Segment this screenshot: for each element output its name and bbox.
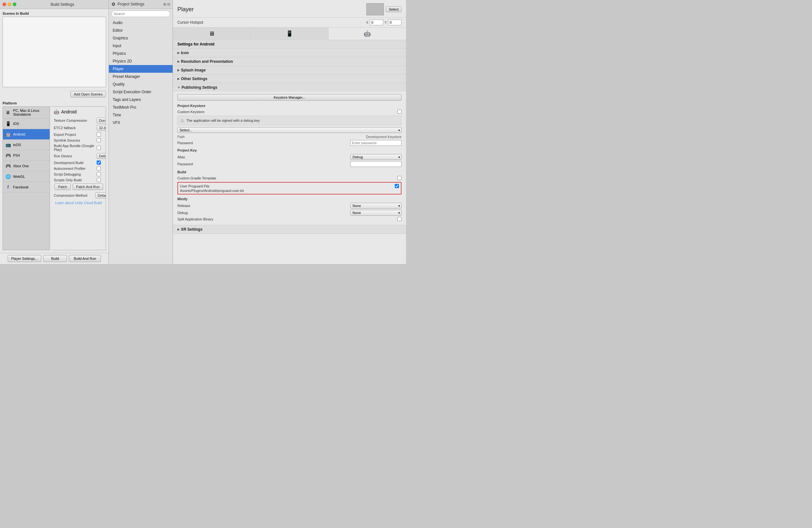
maximize-button[interactable] (13, 3, 16, 6)
scenes-section: Scenes In Build (0, 9, 108, 90)
custom-gradle-checkbox[interactable] (397, 176, 402, 180)
platform-label: Platform (3, 101, 106, 105)
scenes-list (3, 17, 106, 87)
xr-settings-label: XR Settings (181, 227, 202, 232)
minify-title: Minify (177, 197, 402, 201)
icon-chevron: ▶ (177, 51, 179, 55)
platform-name: Android (61, 109, 76, 114)
standalone-icon: 🖥 (5, 109, 11, 116)
symlink-sources-checkbox[interactable] (97, 138, 101, 142)
compression-dropdown[interactable]: Default (96, 192, 106, 198)
custom-keystore-checkbox[interactable] (397, 110, 402, 114)
resolution-section-header[interactable]: ▶ Resolution and Presentation (173, 57, 406, 66)
splash-section-header[interactable]: ▶ Splash Image (173, 66, 406, 74)
nav-item-audio[interactable]: Audio (109, 19, 173, 27)
split-app-checkbox[interactable] (397, 217, 402, 221)
nav-item-player[interactable]: Player (109, 65, 173, 73)
user-proguard-checkbox[interactable] (395, 184, 399, 188)
path-label: Path (177, 135, 366, 139)
publishing-section-content: Keystore Manager... Project Keystore Cus… (173, 91, 406, 225)
tvos-icon: 📺 (5, 142, 11, 148)
script-debugging-checkbox[interactable] (97, 172, 101, 176)
xy-fields: X Y (366, 19, 402, 25)
android-icon: 🤖 (5, 131, 11, 138)
split-app-label: Split Application Binary (177, 217, 397, 221)
keystore-password-input[interactable] (350, 140, 402, 146)
platform-item-ios[interactable]: 📱 iOS (3, 118, 49, 129)
player-panel: Player Select Cursor Hotspot X Y 🖥 📱 🤖 S… (173, 0, 406, 264)
publishing-section: ▼ Publishing Settings Keystore Manager..… (173, 83, 406, 225)
alias-dropdown[interactable]: Debug (350, 154, 402, 160)
y-input[interactable] (388, 19, 402, 25)
nav-item-scriptexecutionorder[interactable]: Script Execution Order (109, 88, 173, 96)
minimize-button[interactable] (8, 3, 11, 6)
tab-standalone[interactable]: 🖥 (173, 28, 251, 40)
add-open-scenes-button[interactable]: Add Open Scenes (70, 91, 106, 97)
split-app-row: Split Application Binary (177, 217, 402, 221)
x-input[interactable] (370, 19, 383, 25)
build-app-bundle-row: Build App Bundle (Google Play) (54, 144, 103, 152)
texture-compression-dropdown[interactable]: Don't override (97, 118, 106, 123)
other-settings-section-header[interactable]: ▶ Other Settings (173, 75, 406, 83)
platform-item-facebook[interactable]: f Facebook (3, 182, 49, 192)
key-password-input[interactable] (350, 161, 402, 167)
x-label: X (366, 20, 368, 24)
autoconnect-profiler-checkbox[interactable] (97, 166, 101, 170)
platform-item-xboxone[interactable]: 🎮 Xbox One (3, 161, 49, 171)
player-settings-button[interactable]: Player Settings... (8, 255, 41, 262)
platform-label-standalone: PC, Mac & Linux Standalone (13, 109, 48, 116)
nav-item-textmeshpro[interactable]: TextMesh Pro (109, 103, 173, 111)
nav-item-physics[interactable]: Physics (109, 50, 173, 57)
custom-keystore-label: Custom Keystore (177, 110, 397, 114)
info-icon: ⚠ (180, 118, 185, 123)
development-build-checkbox[interactable] (97, 160, 101, 165)
build-button[interactable]: Build (43, 255, 67, 262)
nav-item-time[interactable]: Time (109, 111, 173, 119)
texture-compression-row: Texture Compression Don't override (54, 118, 103, 123)
nav-item-quality[interactable]: Quality (109, 81, 173, 88)
nav-item-vfx[interactable]: VFX (109, 119, 173, 127)
tab-ios[interactable]: 📱 (251, 28, 329, 40)
xr-settings-section: ▶ XR Settings (173, 225, 406, 234)
platform-item-webgl[interactable]: 🌐 WebGL (3, 171, 49, 182)
xr-settings-header[interactable]: ▶ XR Settings (173, 225, 406, 233)
build-app-bundle-checkbox[interactable] (97, 146, 101, 150)
icon-section-header[interactable]: ▶ Icon (173, 49, 406, 57)
keystore-manager-button[interactable]: Keystore Manager... (177, 94, 402, 101)
platform-item-standalone[interactable]: 🖥 PC, Mac & Linux Standalone (3, 107, 49, 118)
minify-release-dropdown[interactable]: None (350, 203, 402, 209)
nav-item-physics2d[interactable]: Physics 2D (109, 57, 173, 65)
scripts-only-build-checkbox[interactable] (97, 178, 101, 182)
platform-item-android[interactable]: 🤖 Android (3, 129, 49, 140)
close-button[interactable] (3, 3, 6, 6)
key-password-row: Password (177, 161, 402, 167)
nav-item-graphics[interactable]: Graphics (109, 34, 173, 42)
tab-android[interactable]: 🤖 (329, 28, 406, 40)
minify-debug-dropdown[interactable]: None (350, 210, 402, 216)
facebook-icon: f (5, 184, 11, 190)
minify-release-row: Release None (177, 203, 402, 209)
platform-item-ps4[interactable]: 🎮 PS4 (3, 150, 49, 161)
development-build-row: Development Build (54, 160, 103, 165)
nav-item-editor[interactable]: Editor (109, 27, 173, 34)
platform-label-ps4: PS4 (13, 154, 20, 157)
icon-section-label: Icon (181, 51, 189, 55)
keystore-select-dropdown[interactable]: Select... (177, 127, 402, 133)
project-settings-search[interactable] (112, 11, 170, 17)
run-device-dropdown[interactable]: Default device (97, 153, 106, 159)
player-thumbnail (366, 3, 384, 15)
etc2-fallback-dropdown[interactable]: 32-bit (97, 125, 106, 131)
nav-item-input[interactable]: Input (109, 42, 173, 50)
select-button[interactable]: Select (386, 6, 402, 12)
build-and-run-button[interactable]: Build And Run (69, 255, 101, 262)
publishing-section-header[interactable]: ▼ Publishing Settings (173, 83, 406, 91)
project-key-title: Project Key (177, 148, 402, 152)
platform-item-tvos[interactable]: 📺 tvOS (3, 140, 49, 150)
cloud-build-link[interactable]: Learn about Unity Cloud Build (54, 201, 103, 205)
patch-and-run-button[interactable]: Patch And Run (73, 184, 103, 190)
export-project-checkbox[interactable] (97, 132, 101, 137)
patch-button[interactable]: Patch (55, 184, 70, 190)
nav-item-presetmanager[interactable]: Preset Manager (109, 73, 173, 81)
nav-item-tagsandlayers[interactable]: Tags and Layers (109, 96, 173, 103)
dev-keystore-label: Development Keystore (366, 135, 402, 139)
